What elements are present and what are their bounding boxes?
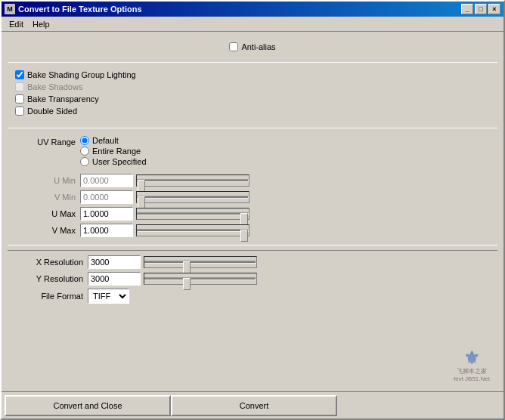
uv-default-row: Default	[80, 136, 147, 145]
double-sided-checkbox[interactable]	[15, 107, 24, 116]
anti-alias-checkbox[interactable]	[229, 42, 238, 51]
title-bar: M Convert to File Texture Options _ □ ×	[2, 2, 503, 17]
v-min-input[interactable]	[80, 190, 133, 204]
divider-1	[8, 62, 497, 63]
anti-alias-section: Anti-alias	[8, 38, 497, 59]
v-max-label: V Max	[15, 226, 76, 235]
u-min-slider-container	[136, 174, 490, 187]
watermark-text-1: 飞脚本之家	[457, 367, 487, 375]
v-max-slider-container	[136, 224, 490, 236]
file-format-row: File Format TIFF PNG JPEG BMP	[15, 289, 490, 304]
double-sided-label: Double Sided	[27, 107, 77, 116]
main-content: Anti-alias Bake Shading Group Lighting B…	[2, 32, 503, 391]
menu-bar: Edit Help	[2, 17, 503, 32]
uv-entire-label: Entire Range	[92, 147, 141, 156]
uv-user-radio[interactable]	[80, 157, 89, 166]
menu-help[interactable]: Help	[28, 18, 54, 30]
y-resolution-slider[interactable]	[144, 273, 257, 285]
u-max-row: U Max	[15, 207, 490, 221]
uv-range-label: UV Range	[15, 136, 76, 147]
u-min-input[interactable]	[80, 174, 133, 187]
window-title: Convert to File Texture Options	[18, 5, 142, 14]
x-resolution-label: X Resolution	[15, 258, 83, 267]
u-max-slider-container	[136, 208, 490, 220]
uv-user-row: User Specified	[80, 157, 147, 166]
file-format-label: File Format	[15, 292, 83, 301]
close-button[interactable]: ×	[488, 4, 500, 14]
x-resolution-slider-container	[144, 256, 490, 268]
uv-entire-row: Entire Range	[80, 147, 147, 156]
x-resolution-row: X Resolution	[15, 255, 490, 269]
y-resolution-label: Y Resolution	[15, 274, 83, 283]
v-min-slider-container	[136, 191, 490, 203]
v-max-row: V Max	[15, 224, 490, 237]
minimize-button[interactable]: _	[461, 4, 473, 14]
u-max-slider[interactable]	[136, 208, 249, 220]
anti-alias-label: Anti-alias	[241, 42, 275, 51]
resolution-section: X Resolution Y Resolution File Format TI…	[8, 250, 497, 311]
watermark-text-2: fevt JB51.Net	[454, 375, 490, 382]
bake-shading-label: Bake Shading Group Lighting	[27, 70, 136, 79]
bake-transparency-row: Bake Transparency	[15, 94, 490, 103]
convert-button[interactable]: Convert	[171, 395, 337, 416]
watermark-icon: ⚜	[463, 349, 480, 367]
menu-edit[interactable]: Edit	[5, 18, 28, 30]
v-min-row: V Min	[15, 190, 490, 204]
bake-options-section: Bake Shading Group Lighting Bake Shadows…	[8, 67, 497, 123]
window-icon: M	[5, 4, 15, 14]
uv-default-radio[interactable]	[80, 136, 89, 145]
u-min-label: U Min	[15, 176, 76, 185]
v-max-slider[interactable]	[136, 224, 249, 236]
u-max-label: U Max	[15, 209, 76, 218]
double-sided-row: Double Sided	[15, 107, 490, 116]
maximize-button[interactable]: □	[475, 4, 487, 14]
x-resolution-input[interactable]	[88, 255, 141, 269]
bake-shading-checkbox[interactable]	[15, 70, 24, 79]
file-format-select[interactable]: TIFF PNG JPEG BMP	[88, 289, 129, 304]
divider-2	[8, 128, 497, 128]
file-format-select-wrapper: TIFF PNG JPEG BMP	[88, 289, 129, 304]
bottom-bar: Convert and Close Convert	[2, 391, 503, 418]
uv-range-radio-group: Default Entire Range User Specified	[80, 136, 147, 166]
watermark: ⚜ 飞脚本之家 fevt JB51.Net	[454, 349, 490, 382]
bake-transparency-checkbox[interactable]	[15, 94, 24, 103]
u-max-input[interactable]	[80, 207, 133, 221]
v-min-label: V Min	[15, 193, 76, 202]
x-resolution-slider[interactable]	[144, 256, 257, 268]
u-min-slider[interactable]	[136, 174, 249, 187]
bake-shadows-checkbox[interactable]	[15, 82, 24, 91]
y-resolution-row: Y Resolution	[15, 272, 490, 286]
y-resolution-input[interactable]	[88, 272, 141, 286]
uv-user-label: User Specified	[92, 157, 147, 166]
bake-shadows-row: Bake Shadows	[15, 82, 490, 91]
uv-default-label: Default	[92, 136, 119, 145]
bake-transparency-label: Bake Transparency	[27, 94, 99, 103]
v-min-slider[interactable]	[136, 191, 249, 203]
bake-shadows-label: Bake Shadows	[27, 82, 82, 91]
uv-entire-radio[interactable]	[80, 147, 89, 156]
bake-shading-row: Bake Shading Group Lighting	[15, 70, 490, 79]
u-min-row: U Min	[15, 174, 490, 187]
watermark-area: ⚜ 飞脚本之家 fevt JB51.Net	[8, 349, 497, 385]
spacer	[8, 316, 497, 349]
anti-alias-row: Anti-alias	[229, 42, 275, 51]
convert-and-close-button[interactable]: Convert and Close	[5, 395, 171, 416]
divider-3	[8, 245, 497, 246]
uv-fields-section: U Min V Min U Max V	[8, 174, 497, 243]
v-max-input[interactable]	[80, 224, 133, 237]
uv-range-section: UV Range Default Entire Range User Speci…	[8, 133, 497, 169]
y-resolution-slider-container	[144, 273, 490, 285]
